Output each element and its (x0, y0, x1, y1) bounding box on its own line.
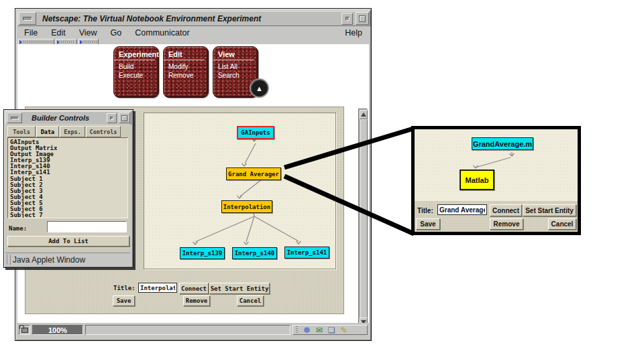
builder-controls-window: Builder Controls Tools Data Exps. Contro… (3, 109, 133, 268)
builder-window-title: Builder Controls (32, 114, 107, 122)
connect-button[interactable]: Connect (490, 204, 522, 216)
maximize-button[interactable] (356, 12, 369, 25)
node-label: Grand Averager (228, 171, 279, 178)
scrollbar-thumb[interactable] (360, 119, 368, 319)
remove-button[interactable]: Remove (490, 218, 523, 230)
expand-arrow-icon (19, 40, 22, 44)
menu-go[interactable]: Go (104, 27, 129, 39)
tab-controls[interactable]: Controls (86, 126, 121, 137)
tab-data[interactable]: Data (36, 126, 59, 137)
experiment-menu-title: Experiment (114, 47, 155, 60)
navigator-icon[interactable]: ☸ (303, 326, 311, 334)
save-button[interactable]: Save (113, 295, 135, 306)
add-to-list-button[interactable]: Add To List (7, 236, 129, 247)
scroll-down-button[interactable] (360, 318, 368, 323)
zoom-callout: GrandAverage.m Matlab Title: Connect Set… (411, 126, 581, 235)
builder-titlebar[interactable]: Builder Controls (5, 111, 131, 125)
node-label: Interpolation (223, 204, 270, 210)
callout-node[interactable]: Matlab (460, 169, 494, 190)
set-start-entity-button[interactable]: Set Start Entity (209, 283, 270, 294)
diagram-node[interactable]: Grand Averager (226, 167, 281, 180)
callout-node[interactable]: GrandAverage.m (472, 137, 533, 150)
discussions-icon[interactable]: ❏ (328, 326, 335, 334)
builder-body: Tools Data Exps. Controls GAInputs Outpu… (5, 124, 130, 252)
tab-exps[interactable]: Exps. (60, 126, 85, 137)
connect-button[interactable]: Connect (179, 283, 209, 294)
node-label: Interp_s139 (182, 250, 223, 257)
list-all-link[interactable]: List All (213, 62, 258, 71)
builder-window-menu-button[interactable] (7, 113, 22, 123)
security-indicator[interactable] (19, 325, 30, 335)
title-label: Title: (417, 207, 433, 214)
component-bar-handle[interactable] (296, 326, 298, 334)
view-menu-title: View (213, 47, 254, 60)
title-input[interactable] (138, 283, 177, 293)
maximize-square-icon (359, 15, 366, 22)
execute-link[interactable]: Execute (114, 71, 158, 80)
window-menu-dash-icon (23, 17, 32, 21)
menu-edit[interactable]: Edit (44, 27, 72, 39)
scroll-up-arrow-icon (361, 113, 366, 117)
toolbar-tab-texture (61, 41, 75, 43)
node-label: GAInputs (241, 129, 270, 136)
menu-communicator[interactable]: Communicator (128, 27, 196, 39)
component-bar: ☸ ✉ ❏ ✎ (292, 325, 368, 335)
diagram-node[interactable]: Interpolation (221, 200, 272, 213)
node-label: Interp_s141 (287, 249, 327, 256)
cancel-button[interactable]: Cancel (237, 295, 264, 306)
maximize-square-icon (121, 115, 127, 121)
diagram-node[interactable]: Interp_s139 (180, 247, 225, 259)
menu-file[interactable]: File (17, 27, 44, 39)
build-link[interactable]: Build (114, 62, 158, 71)
title-label: Title: (113, 285, 136, 291)
remove-link[interactable]: Remove (164, 71, 208, 80)
banner-divider (7, 255, 11, 265)
menu-view[interactable]: View (72, 27, 104, 39)
mailbox-icon[interactable]: ✉ (316, 326, 323, 334)
modify-link[interactable]: Modify (164, 62, 208, 71)
window-titlebar[interactable]: Netscape: The Virtual Notebook Environme… (17, 11, 370, 26)
expand-arrow-icon (57, 40, 60, 44)
menu-bar: File Edit View Go Communicator Help (17, 25, 369, 40)
save-button[interactable]: Save (416, 218, 440, 230)
minimize-dot-icon (345, 17, 350, 21)
builder-minimize-button[interactable] (107, 113, 117, 123)
builder-tabs: Tools Data Exps. Controls (7, 126, 121, 137)
node-label: Matlab (466, 176, 489, 184)
diagram-node[interactable]: GAInputs (237, 126, 274, 139)
minimize-button[interactable] (341, 13, 353, 25)
data-list: GAInputs Output Matrix Output Image Inte… (7, 137, 128, 218)
scroll-up-button[interactable] (360, 110, 368, 119)
tab-tools[interactable]: Tools (7, 126, 36, 137)
cancel-button[interactable]: Cancel (548, 218, 576, 230)
list-item[interactable]: Subject 7 (10, 212, 127, 218)
set-start-entity-button[interactable]: Set Start Entity (523, 204, 576, 216)
progress-indicator: 100% (32, 325, 83, 335)
vertical-scrollbar[interactable] (358, 109, 368, 323)
up-arrow-icon: ▲ (256, 84, 263, 92)
window-menu-dash-icon (11, 117, 19, 120)
page-background: Netscape: The Virtual Notebook Environme… (0, 0, 644, 347)
menu-help[interactable]: Help (338, 27, 369, 39)
status-message-area (85, 325, 290, 335)
unlocked-padlock-icon (21, 328, 28, 333)
name-input[interactable] (47, 221, 127, 232)
name-label: Name: (9, 225, 27, 232)
composer-icon[interactable]: ✎ (341, 326, 347, 334)
callout-form-area: Title: Connect Set Start Entity Save Rem… (415, 201, 578, 232)
builder-maximize-button[interactable] (119, 113, 130, 123)
edit-menu-title: Edit (164, 47, 205, 60)
callout-title-input[interactable] (437, 204, 487, 215)
experiment-menu-button: Experiment Build Execute (113, 46, 159, 98)
vne-menu-buttons: Experiment Build Execute Edit Modify Rem… (113, 46, 258, 98)
diagram-node[interactable]: Interp_s141 (284, 247, 329, 259)
java-applet-banner: Java Applet Window (5, 253, 130, 266)
search-link[interactable]: Search (213, 71, 258, 80)
collapse-menu-button[interactable]: ▲ (251, 80, 268, 96)
remove-button[interactable]: Remove (183, 295, 210, 306)
callout-diagram-area: GrandAverage.m Matlab (415, 129, 578, 201)
collapsed-toolbars (18, 39, 368, 44)
diagram-node[interactable]: Interp_s140 (232, 247, 277, 259)
node-label: Interp_s140 (235, 250, 275, 257)
window-menu-button[interactable] (19, 12, 36, 25)
